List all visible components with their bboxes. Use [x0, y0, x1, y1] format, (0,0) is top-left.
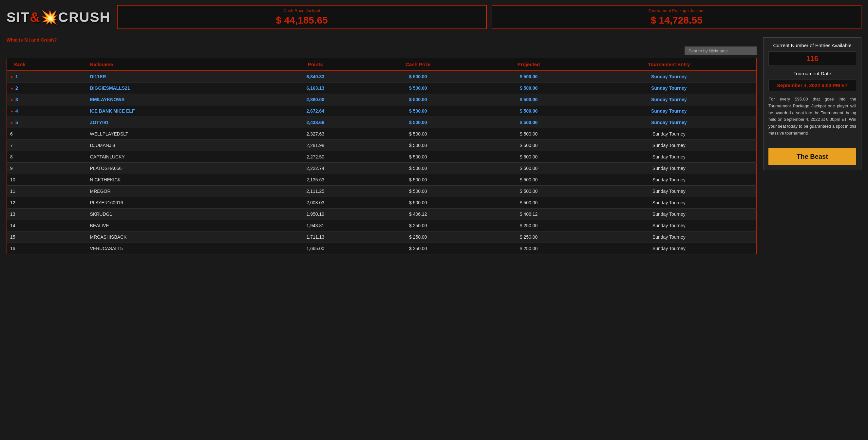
logo: SIT&💥CRUSH: [6, 9, 111, 25]
cell-nickname: DJUMANJI8: [86, 140, 271, 151]
cell-tournament-entry: Sunday Tourney: [582, 163, 756, 174]
cell-points: 2,135.63: [270, 174, 360, 186]
cell-tournament-entry: Sunday Tourney: [582, 174, 756, 186]
cell-points: 2,222.74: [270, 163, 360, 174]
table-row: 10NICKTHEKICK2,135.63$ 500.00$ 500.00Sun…: [7, 174, 756, 186]
tournament-date-label: Tournament Date: [768, 71, 856, 76]
cell-tournament-entry: Sunday Tourney: [582, 94, 756, 105]
cell-nickname: BEALIVE: [86, 220, 271, 231]
cell-projected: $ 500.00: [475, 105, 581, 117]
cell-rank: 15: [7, 231, 86, 243]
cell-projected: $ 500.00: [475, 140, 581, 151]
table-row: 8CAPTAINLUCKY2,272.50$ 500.00$ 500.00Sun…: [7, 151, 756, 163]
cell-nickname: CAPTAINLUCKY: [86, 151, 271, 163]
leaderboard-table: Rank Nickname Points Cash Prize Projecte…: [6, 58, 756, 254]
cell-points: 1,943.81: [270, 220, 360, 231]
tournament-package-value: $ 14,728.55: [499, 15, 854, 26]
cell-cash-prize: $ 250.00: [360, 231, 475, 243]
cell-nickname: MREGOR: [86, 186, 271, 197]
table-row: 14BEALIVE1,943.81$ 250.00$ 250.00Sunday …: [7, 220, 756, 231]
tournament-date-value: September 4, 2022 6:00 PM ET: [777, 83, 848, 88]
cell-projected: $ 406.12: [475, 209, 581, 220]
table-row: 6WELLPLAYEDSLT2,327.63$ 500.00$ 500.00Su…: [7, 128, 756, 140]
cell-rank: 9: [7, 163, 86, 174]
logo-sit: SIT: [6, 9, 30, 25]
cell-points: 2,281.98: [270, 140, 360, 151]
cell-tournament-entry: Sunday Tourney: [582, 151, 756, 163]
cell-nickname: PLATOSHA666: [86, 163, 271, 174]
cell-rank: 11: [7, 186, 86, 197]
cell-nickname: VERUCASALT5: [86, 243, 271, 254]
cash-race-jackpot-box: Cash Race Jackpot $ 44,185.65: [117, 5, 487, 29]
cell-points: 2,438.66: [270, 117, 360, 128]
cell-points: 1,665.00: [270, 243, 360, 254]
search-bar: [6, 46, 756, 55]
cell-nickname: PLAYER160616: [86, 197, 271, 209]
cell-projected: $ 500.00: [475, 128, 581, 140]
cell-tournament-entry: Sunday Tourney: [582, 209, 756, 220]
cell-tournament-entry: Sunday Tourney: [582, 220, 756, 231]
col-nickname: Nickname: [86, 58, 271, 71]
cell-tournament-entry: Sunday Tourney: [582, 83, 756, 94]
cell-nickname: ZOTYI91: [86, 117, 271, 128]
cell-points: 2,111.25: [270, 186, 360, 197]
entries-title: Current Number of Entries Available: [768, 42, 856, 48]
what-is-link[interactable]: What is Sit and Crush?: [6, 37, 57, 42]
cell-cash-prize: $ 500.00: [360, 197, 475, 209]
left-panel: What is Sit and Crush? Rank Nickname Poi…: [6, 37, 756, 254]
cell-cash-prize: $ 406.12: [360, 209, 475, 220]
cash-race-label: Cash Race Jackpot: [124, 8, 479, 13]
cell-points: 1,711.13: [270, 231, 360, 243]
cell-cash-prize: $ 500.00: [360, 128, 475, 140]
beast-button[interactable]: The Beast: [768, 148, 856, 165]
table-row: ►5ZOTYI912,438.66$ 500.00$ 500.00Sunday …: [7, 117, 756, 128]
search-input[interactable]: [685, 46, 756, 55]
cell-projected: $ 500.00: [475, 163, 581, 174]
col-cash-prize: Cash Prize: [360, 58, 475, 71]
cell-projected: $ 500.00: [475, 71, 581, 83]
table-row: 11MREGOR2,111.25$ 500.00$ 500.00Sunday T…: [7, 186, 756, 197]
cell-nickname: ICE BANK MICE ELF: [86, 105, 271, 117]
cell-cash-prize: $ 250.00: [360, 243, 475, 254]
table-row: 7DJUMANJI82,281.98$ 500.00$ 500.00Sunday…: [7, 140, 756, 151]
cell-rank: ►3: [7, 94, 86, 105]
logo-amp: &: [30, 9, 40, 25]
cell-projected: $ 250.00: [475, 220, 581, 231]
cell-cash-prize: $ 500.00: [360, 174, 475, 186]
cash-race-value: $ 44,185.65: [124, 15, 479, 26]
rank-arrow-icon: ►: [10, 98, 14, 102]
cell-rank: 6: [7, 128, 86, 140]
cell-rank: 7: [7, 140, 86, 151]
cell-cash-prize: $ 500.00: [360, 151, 475, 163]
tournament-package-jackpot-box: Tournament Package Jackpot $ 14,728.55: [492, 5, 862, 29]
col-points: Points: [270, 58, 360, 71]
cell-points: 2,008.03: [270, 197, 360, 209]
rank-arrow-icon: ►: [10, 75, 14, 79]
cell-cash-prize: $ 500.00: [360, 163, 475, 174]
logo-text: SIT&💥CRUSH: [6, 9, 111, 25]
cell-cash-prize: $ 250.00: [360, 220, 475, 231]
rank-arrow-icon: ►: [10, 86, 14, 91]
cell-rank: ►5: [7, 117, 86, 128]
cell-rank: ►1: [7, 71, 86, 83]
header: SIT&💥CRUSH Cash Race Jackpot $ 44,185.65…: [0, 0, 868, 34]
entries-value: 116: [806, 54, 818, 63]
cell-nickname: SKRUDG1: [86, 209, 271, 220]
cell-nickname: DI11ER: [86, 71, 271, 83]
cell-cash-prize: $ 500.00: [360, 71, 475, 83]
cell-points: 2,272.50: [270, 151, 360, 163]
cell-projected: $ 500.00: [475, 174, 581, 186]
cell-tournament-entry: Sunday Tourney: [582, 117, 756, 128]
table-row: 16VERUCASALT51,665.00$ 250.00$ 250.00Sun…: [7, 243, 756, 254]
table-header-row: Rank Nickname Points Cash Prize Projecte…: [7, 58, 756, 71]
cell-cash-prize: $ 500.00: [360, 186, 475, 197]
main-content: What is Sit and Crush? Rank Nickname Poi…: [0, 34, 868, 258]
cell-tournament-entry: Sunday Tourney: [582, 71, 756, 83]
cell-nickname: MRCASHISBACK: [86, 231, 271, 243]
cell-points: 1,950.19: [270, 209, 360, 220]
date-value-box: September 4, 2022 6:00 PM ET: [768, 80, 856, 91]
cell-rank: 8: [7, 151, 86, 163]
cell-points: 2,327.63: [270, 128, 360, 140]
cell-projected: $ 250.00: [475, 243, 581, 254]
cell-projected: $ 500.00: [475, 197, 581, 209]
